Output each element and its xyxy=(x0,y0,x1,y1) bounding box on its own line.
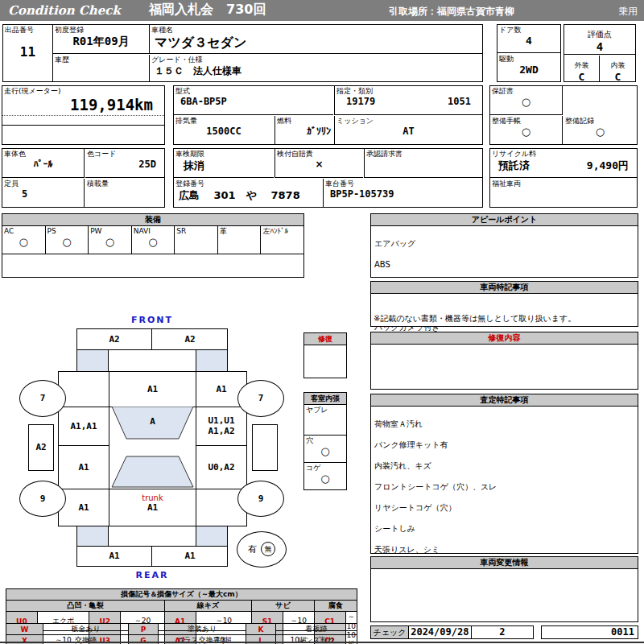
mission-value: AT xyxy=(335,126,482,137)
greenhouse: A xyxy=(109,407,196,489)
exterior-label: 外装 xyxy=(575,61,589,69)
rear-right-corner xyxy=(196,526,228,547)
front-left-wheel: 7 xyxy=(19,380,66,417)
cabin-mark-hole: ○ xyxy=(304,445,346,457)
hood-code: A1 xyxy=(109,372,196,407)
cabin-label-hole: 穴 xyxy=(304,436,346,445)
equip-label-ac: AC xyxy=(2,226,45,236)
inspection-label: 車検期限 xyxy=(174,149,274,159)
repair-mini-box: 修復 xyxy=(303,332,347,378)
equip-mark-ac: ○ xyxy=(2,236,45,248)
left-quarter: A1 xyxy=(58,489,109,526)
recycle-label: リサイクル料 xyxy=(490,149,637,159)
recycle-status: 預託済 xyxy=(498,159,530,173)
rear-bumper-right-code: A1 xyxy=(153,547,227,566)
repair-content-title: 修復内容 xyxy=(371,332,638,345)
drive-value: 2WD xyxy=(497,64,560,76)
load-label: 積載量 xyxy=(85,179,164,188)
legend-group-corrosion: 腐食 xyxy=(314,601,357,612)
first-reg-value: R01年09月 xyxy=(53,35,149,49)
divider xyxy=(2,125,164,126)
repair-content-box: 修復内容 xyxy=(370,332,638,390)
assessment-item: 荷物室Ａ汚れ xyxy=(374,419,634,429)
spec-box: 型式 6BA-BP5P 指定・類別 19179 1051 排気量 1500CC … xyxy=(173,85,483,145)
doors-drive-box: ドア数 4 駆動 2WD xyxy=(497,24,561,82)
left-mirror: A2 xyxy=(28,424,54,471)
equipment-table: 装備 AC○ PS○ PW○ NAVI○ SR 革 左ﾊﾝﾄﾞﾙ xyxy=(2,213,304,278)
mileage-label: 走行(現メーター) xyxy=(2,86,164,96)
registration-box: 車検期限 抹消 検付自賠責 × 承認請求書 登録番号 広島 301 や 7878… xyxy=(173,148,483,208)
rear-right-wheel-code: 9 xyxy=(238,481,283,516)
check-label: チェック xyxy=(370,625,409,639)
exhibit-no-label: 出品番号 xyxy=(3,25,52,35)
spare-tire-oval: 有 無 xyxy=(237,531,287,568)
grade-value: １５Ｃ 法人仕様車 xyxy=(150,64,482,78)
color-code-label: 色コード xyxy=(85,149,164,159)
change-info-title: 車両変更情報 xyxy=(371,557,638,569)
rear-label: REAR xyxy=(76,570,228,580)
assessment-item: リヤシートコゲ（穴） xyxy=(374,502,634,513)
condition-check-sheet: Condition Check 福岡入札会 730回 引取場所：福岡県古賀市青柳… xyxy=(0,0,644,644)
spare-no-circled: 無 xyxy=(261,542,275,556)
mark-desc: 看板跡 xyxy=(276,624,357,635)
capacity-label: 定員 xyxy=(2,179,84,188)
left-front-door-code: A1,A1 xyxy=(59,407,109,445)
chassis-no-value: BP5P-105739 xyxy=(324,188,482,200)
front-bumper-left-code: A2 xyxy=(77,329,152,349)
cabin-label-burn: コゲ xyxy=(304,463,346,473)
check-date: 2024/09/28 xyxy=(409,625,471,639)
cabin-label-tear: ヤブレ xyxy=(304,405,346,415)
left-front-fender xyxy=(58,371,109,407)
exterior-grade: C xyxy=(564,71,599,83)
legend-title: 損傷記号＆損傷サイズ（～最大cm） xyxy=(6,589,357,601)
trunk-label: trunk xyxy=(109,493,196,502)
front-bumper: A2 A2 xyxy=(76,328,228,350)
mark-code: W xyxy=(6,624,43,635)
rear-bumper: A1 A1 xyxy=(76,546,228,567)
right-mirror xyxy=(252,424,278,471)
repair-mini-title: 修復 xyxy=(304,333,346,345)
pickup-location: 引取場所：福岡県古賀市青柳 xyxy=(389,5,514,19)
body-color-label: 車体色 xyxy=(2,149,84,159)
interior-label: 内装 xyxy=(611,61,625,69)
check-row: チェック 2024/09/28 2 xyxy=(370,625,534,639)
equip-label-navi: NAVI xyxy=(132,226,175,236)
maintenance-book-mark: ○ xyxy=(490,126,562,138)
exhibit-no: 11 xyxy=(3,44,52,60)
title-bar: Condition Check 福岡入札会 730回 引取場所：福岡県古賀市青柳… xyxy=(0,0,644,21)
warranty-label: 保証書 xyxy=(490,86,562,96)
approval-label: 承認請求書 xyxy=(365,149,482,159)
legend-group-dent: 凸凹・亀裂 xyxy=(6,601,165,612)
class-no-2: 1051 xyxy=(448,96,471,107)
equip-label-pw: PW xyxy=(89,226,131,236)
assessment-title: 査定特記事項 xyxy=(371,394,638,407)
rear-left-corner xyxy=(76,526,109,547)
bottom-rule xyxy=(0,642,644,643)
front-bumper-right-code: A2 xyxy=(153,329,227,349)
documents-box: 保証書 ○ 整備手帳 ○ 整備記録 ○ xyxy=(489,85,638,145)
front-right-corner xyxy=(196,349,228,372)
score-box: 評価点 4 外装 C 内装 C xyxy=(564,24,636,82)
repair-content-body xyxy=(371,345,638,348)
appeal-item: ABS xyxy=(374,259,634,270)
mileage-value: 119,914km xyxy=(2,96,164,114)
maintenance-record-mark: ○ xyxy=(564,126,637,138)
assessment-item: パンク修理キット有 xyxy=(374,440,634,450)
history-label: 車歴 xyxy=(53,55,149,64)
mark-code: P xyxy=(129,624,159,635)
equip-label-leather: 革 xyxy=(218,226,261,236)
assessment-item: シートしみ xyxy=(374,523,634,534)
vehicle-class: 乗用 xyxy=(618,5,638,19)
left-rear-door-code: A1 xyxy=(59,446,109,489)
vehicle-notes-box: 車両特記事項 ※記載のない書類・機器等は無しとして取り扱います。 xyxy=(370,281,638,327)
equipment-empty-row xyxy=(2,254,303,279)
trunk: trunk A1 xyxy=(109,489,196,526)
reg-no-value: 広島 301 や 7878 xyxy=(174,188,322,203)
cabin-title: 客室内張 xyxy=(304,393,346,405)
sheet-number: 0011 xyxy=(541,625,638,639)
displacement-value: 1500CC xyxy=(174,126,274,137)
mission-label: ミッション xyxy=(335,116,482,126)
hood: A1 xyxy=(109,371,196,407)
fuel-value: ｶﾞｿﾘﾝ xyxy=(275,126,334,137)
assessment-box: 査定特記事項 荷物室Ａ汚れ パンク修理キット有 内装汚れ、キズ フロントシートコ… xyxy=(370,394,638,554)
